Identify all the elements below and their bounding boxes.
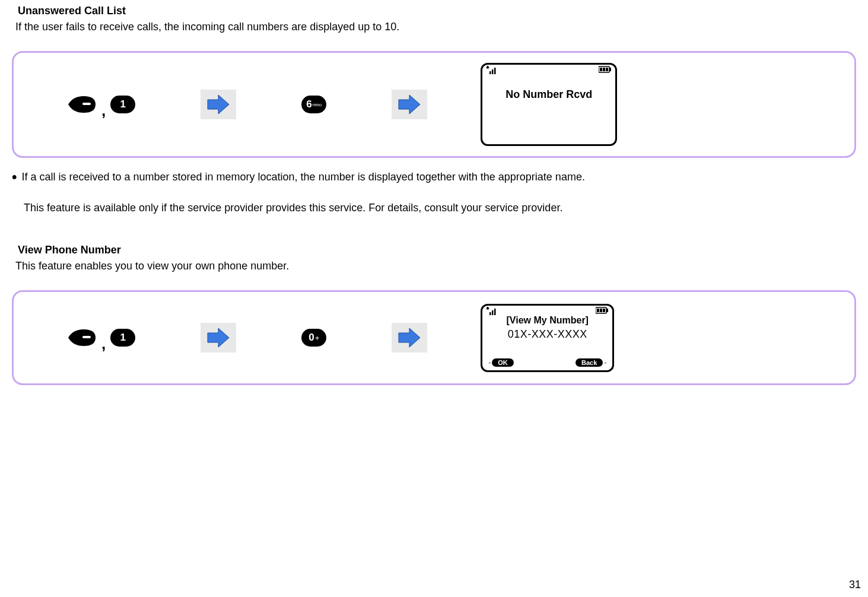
arrow-right-icon	[396, 93, 422, 116]
svg-rect-7	[603, 68, 605, 71]
arrow-2b	[392, 323, 427, 353]
arrow-right-icon	[205, 326, 231, 350]
svg-rect-8	[606, 68, 608, 71]
svg-rect-2	[492, 69, 494, 74]
key-1-b: 1	[110, 329, 135, 347]
svg-rect-6	[600, 68, 602, 71]
svg-rect-5	[609, 68, 611, 71]
key-0: 0+	[301, 329, 326, 347]
section-desc-2: This feature enables you to view your ow…	[15, 260, 856, 272]
svg-rect-1	[489, 71, 491, 74]
svg-rect-12	[494, 309, 496, 315]
screen-footer-2: ◦OK Back◦	[482, 358, 612, 367]
svg-rect-15	[597, 309, 599, 312]
screen-status-bar	[482, 65, 615, 74]
arrow-right-icon	[205, 93, 231, 116]
bullet-note-1: • If a call is received to a number stor…	[12, 170, 856, 184]
arrow-right-icon	[396, 326, 422, 350]
arrow-2a	[201, 323, 236, 353]
key-group-2a: , 1	[67, 328, 135, 347]
diagram-box-1: , 1 6mno	[12, 51, 856, 158]
screen-text-1: No Number Rcvd	[482, 88, 615, 101]
svg-rect-10	[489, 312, 491, 315]
diagram-row-2: , 1 0+	[31, 304, 837, 372]
screen-number-2: 01X-XXX-XXXX	[482, 328, 612, 341]
page-number: 31	[849, 579, 861, 591]
svg-rect-16	[600, 309, 602, 312]
svg-rect-3	[494, 68, 496, 74]
key-group-1b: 6mno	[301, 96, 326, 113]
section-heading-1: Unanswered Call List	[18, 5, 856, 17]
left-key-icon	[67, 328, 97, 347]
svg-rect-0	[82, 103, 91, 105]
signal-icon	[486, 307, 498, 315]
phone-screen-1: No Number Rcvd	[481, 63, 617, 146]
bullet-text-1: If a call is received to a number stored…	[21, 171, 585, 183]
comma-separator: ,	[101, 101, 106, 120]
comma-separator: ,	[101, 335, 106, 353]
battery-icon	[596, 307, 609, 314]
section-heading-2: View Phone Number	[18, 244, 856, 256]
section-desc-1: If the user fails to receive calls, the …	[15, 21, 856, 33]
key-1: 1	[110, 96, 135, 113]
screen-title-2: [View My Number]	[482, 315, 612, 326]
svg-rect-11	[492, 310, 494, 315]
key-group-2b: 0+	[301, 329, 326, 347]
key-group-1a: , 1	[67, 95, 135, 114]
arrow-1a	[201, 90, 236, 119]
svg-rect-9	[82, 336, 91, 338]
softkey-right: Back◦	[576, 358, 608, 367]
note-1: This feature is available only if the se…	[24, 202, 856, 214]
bullet-dot-icon: •	[12, 170, 17, 184]
screen-status-bar-2	[482, 306, 612, 315]
arrow-1b	[392, 90, 427, 119]
battery-icon	[599, 66, 612, 73]
left-key-icon	[67, 95, 97, 114]
softkey-left: ◦OK	[487, 358, 513, 367]
phone-screen-2: [View My Number] 01X-XXX-XXXX ◦OK Back◦	[481, 304, 614, 372]
diagram-row-1: , 1 6mno	[31, 63, 837, 146]
key-6: 6mno	[301, 96, 326, 113]
svg-rect-17	[603, 309, 605, 312]
diagram-box-2: , 1 0+	[12, 290, 856, 385]
svg-rect-14	[606, 309, 608, 312]
signal-icon	[486, 66, 498, 74]
